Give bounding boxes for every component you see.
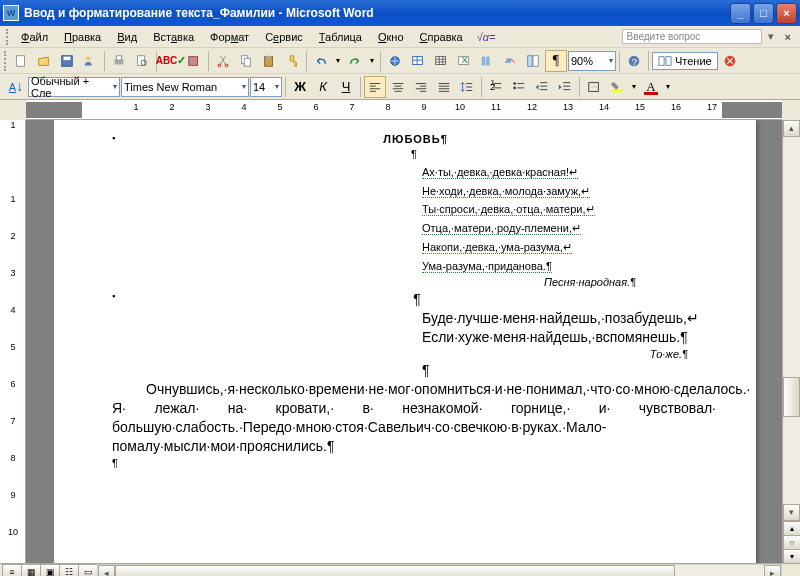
help-button[interactable]: ? [623, 50, 645, 72]
font-select[interactable]: Times New Roman▾ [121, 77, 249, 97]
borders-button[interactable] [583, 76, 605, 98]
window-title: Ввод и форматирование текста_Фамилии - M… [24, 6, 730, 20]
drawing-button[interactable] [499, 50, 521, 72]
align-center-button[interactable] [387, 76, 409, 98]
save-button[interactable] [56, 50, 78, 72]
menu-help[interactable]: Справка [412, 29, 471, 45]
bullets-button[interactable] [508, 76, 530, 98]
menu-insert[interactable]: Вставка [145, 29, 202, 45]
outdent-button[interactable] [531, 76, 553, 98]
horizontal-scrollbar[interactable]: ◂ ▸ [97, 564, 782, 576]
poem-source: Песня·народная.¶ [422, 275, 716, 290]
menu-edit[interactable]: Правка [56, 29, 109, 45]
preview-button[interactable] [131, 50, 153, 72]
highlight-dropdown[interactable]: ▾ [629, 76, 639, 98]
minimize-button[interactable]: _ [730, 3, 751, 24]
vertical-ruler[interactable]: 112345678910 [0, 120, 26, 563]
bold-button[interactable]: Ж [289, 76, 311, 98]
close-button[interactable]: × [776, 3, 797, 24]
scroll-thumb-h[interactable] [115, 565, 675, 576]
poem2-source: То·же.¶ [112, 347, 716, 362]
svg-rect-5 [116, 55, 121, 59]
permission-button[interactable] [79, 50, 101, 72]
vertical-scrollbar[interactable]: ▴ ▾ ▴ ○ ▾ [782, 120, 800, 563]
menu-tools[interactable]: Сервис [257, 29, 311, 45]
help-search[interactable]: Введите вопрос [622, 29, 762, 44]
browse-object-button[interactable]: ○ [783, 535, 800, 550]
reading-mode-button[interactable]: Чтение [652, 52, 718, 70]
poem-line: Ты·спроси,·девка,·отца,·матери,↵ [422, 199, 716, 218]
close-reading-button[interactable] [719, 50, 741, 72]
scroll-down-button[interactable]: ▾ [783, 504, 800, 521]
highlight-button[interactable] [606, 76, 628, 98]
new-button[interactable] [10, 50, 32, 72]
underline-button[interactable]: Ч [335, 76, 357, 98]
scroll-left-button[interactable]: ◂ [98, 565, 115, 576]
style-select[interactable]: Обычный + Сле▾ [28, 77, 120, 97]
maximize-button[interactable]: □ [753, 3, 774, 24]
columns-button[interactable] [476, 50, 498, 72]
show-formatting-button[interactable]: ¶ [545, 50, 567, 72]
menu-dropdown[interactable]: ▾ [768, 30, 778, 43]
hyperlink-button[interactable] [384, 50, 406, 72]
scroll-right-button[interactable]: ▸ [764, 565, 781, 576]
poem-line: Не·ходи,·девка,·молода·замуж,↵ [422, 181, 716, 200]
spelling-button[interactable]: ABC✓ [160, 50, 182, 72]
app-icon: W [3, 5, 19, 21]
print-view-button[interactable]: ▣ [40, 564, 60, 576]
doc-title: ЛЮБОВЬ¶ [115, 132, 716, 147]
zoom-select[interactable]: 90%▾ [568, 51, 616, 71]
grip[interactable] [6, 29, 9, 45]
web-view-button[interactable]: ▦ [21, 564, 41, 576]
svg-rect-27 [486, 56, 490, 65]
italic-button[interactable]: К [312, 76, 334, 98]
next-page-button[interactable]: ▾ [783, 549, 800, 564]
svg-point-60 [513, 86, 516, 89]
undo-button[interactable] [310, 50, 332, 72]
indent-button[interactable] [554, 76, 576, 98]
font-color-button[interactable]: А [640, 76, 662, 98]
menu-table[interactable]: Таблица [311, 29, 370, 45]
horizontal-ruler[interactable]: 1234567891011121314151617 [26, 100, 782, 120]
tables-borders-button[interactable] [407, 50, 429, 72]
poem-line: Отца,·матери,·роду-племени,↵ [422, 218, 716, 237]
menu-view[interactable]: Вид [109, 29, 145, 45]
svg-rect-0 [17, 55, 25, 66]
size-select[interactable]: 14▾ [250, 77, 282, 97]
font-color-dropdown[interactable]: ▾ [663, 76, 673, 98]
redo-dropdown[interactable]: ▾ [367, 50, 377, 72]
styles-button[interactable]: А↓ [5, 76, 27, 98]
insert-table-button[interactable] [430, 50, 452, 72]
numbering-button[interactable]: 12 [485, 76, 507, 98]
svg-rect-30 [533, 55, 538, 66]
excel-button[interactable]: X [453, 50, 475, 72]
reading-view-button[interactable]: ▭ [78, 564, 98, 576]
prev-page-button[interactable]: ▴ [783, 521, 800, 536]
align-right-button[interactable] [410, 76, 432, 98]
copy-button[interactable] [235, 50, 257, 72]
outline-view-button[interactable]: ☷ [59, 564, 79, 576]
menu-window[interactable]: Окно [370, 29, 412, 45]
normal-view-button[interactable]: ≡ [2, 564, 22, 576]
align-justify-button[interactable] [433, 76, 455, 98]
print-button[interactable] [108, 50, 130, 72]
document-area[interactable]: ▪ЛЮБОВЬ¶ ¶ Ах·ты,·девка,·девка·красная!↵… [26, 120, 782, 563]
cut-button[interactable] [212, 50, 234, 72]
align-left-button[interactable] [364, 76, 386, 98]
scroll-up-button[interactable]: ▴ [783, 120, 800, 137]
redo-button[interactable] [344, 50, 366, 72]
doc-map-button[interactable] [522, 50, 544, 72]
svg-rect-2 [64, 56, 71, 60]
scroll-thumb[interactable] [783, 377, 800, 417]
menu-format[interactable]: Формат [202, 29, 257, 45]
format-painter-button[interactable] [281, 50, 303, 72]
menu-file[interactable]: Файл [13, 29, 56, 45]
research-button[interactable] [183, 50, 205, 72]
open-button[interactable] [33, 50, 55, 72]
paste-button[interactable] [258, 50, 280, 72]
undo-dropdown[interactable]: ▾ [333, 50, 343, 72]
doc-close-button[interactable]: × [782, 31, 794, 43]
grip[interactable] [4, 51, 7, 71]
formula-icon[interactable]: √α= [477, 31, 496, 43]
line-spacing-button[interactable] [456, 76, 478, 98]
